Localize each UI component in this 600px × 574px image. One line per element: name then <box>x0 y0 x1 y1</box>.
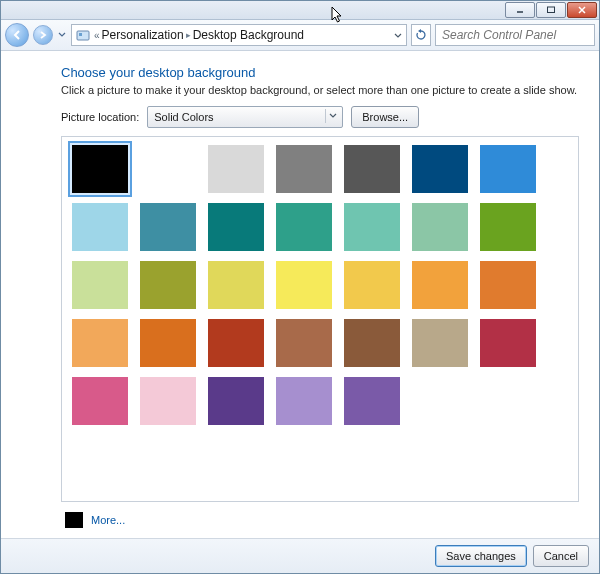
svg-rect-5 <box>79 33 82 36</box>
color-swatch[interactable] <box>480 145 536 193</box>
maximize-button[interactable] <box>536 2 566 18</box>
color-swatch[interactable] <box>480 261 536 309</box>
color-swatch[interactable] <box>72 145 128 193</box>
color-swatch[interactable] <box>412 145 468 193</box>
color-swatch[interactable] <box>344 319 400 367</box>
color-swatch[interactable] <box>480 203 536 251</box>
close-button[interactable] <box>567 2 597 18</box>
control-panel-icon <box>76 28 90 42</box>
nav-history-dropdown[interactable] <box>57 24 67 46</box>
color-swatch[interactable] <box>140 203 196 251</box>
nav-back-button[interactable] <box>5 23 29 47</box>
color-swatch[interactable] <box>412 261 468 309</box>
more-link[interactable]: More... <box>91 514 125 526</box>
color-swatch[interactable] <box>140 145 196 193</box>
color-swatch[interactable] <box>72 377 128 425</box>
color-swatch[interactable] <box>276 377 332 425</box>
address-bar[interactable]: « Personalization ▸ Desktop Background <box>71 24 407 46</box>
content-area: Choose your desktop background Click a p… <box>1 51 599 538</box>
color-swatch[interactable] <box>480 319 536 367</box>
color-swatch[interactable] <box>276 145 332 193</box>
footer: Save changes Cancel <box>1 538 599 573</box>
color-swatch[interactable] <box>72 319 128 367</box>
picture-location-row: Picture location: Solid Colors Browse... <box>61 106 579 128</box>
color-swatch[interactable] <box>344 203 400 251</box>
swatch-grid <box>72 145 568 425</box>
search-box[interactable] <box>435 24 595 46</box>
breadcrumb-level2[interactable]: Desktop Background <box>193 28 304 42</box>
search-input[interactable] <box>440 27 595 43</box>
color-swatch[interactable] <box>208 203 264 251</box>
picture-location-label: Picture location: <box>61 111 139 123</box>
color-swatch[interactable] <box>412 203 468 251</box>
cancel-button[interactable]: Cancel <box>533 545 589 567</box>
svg-rect-4 <box>77 31 89 40</box>
breadcrumb[interactable]: « Personalization ▸ Desktop Background <box>94 28 304 42</box>
color-swatch[interactable] <box>344 261 400 309</box>
back-arrow-icon <box>12 30 22 40</box>
chevron-down-icon <box>394 33 402 39</box>
color-swatch[interactable] <box>72 261 128 309</box>
nav-forward-button[interactable] <box>33 25 53 45</box>
color-swatch[interactable] <box>208 261 264 309</box>
color-swatch[interactable] <box>344 377 400 425</box>
color-swatch[interactable] <box>72 203 128 251</box>
forward-arrow-icon <box>39 31 47 39</box>
picture-location-select[interactable]: Solid Colors <box>147 106 343 128</box>
minimize-button[interactable] <box>505 2 535 18</box>
save-changes-button[interactable]: Save changes <box>435 545 527 567</box>
page-subtitle: Click a picture to make it your desktop … <box>61 84 579 96</box>
navbar: « Personalization ▸ Desktop Background <box>1 20 599 51</box>
more-swatch <box>65 512 83 528</box>
breadcrumb-level1[interactable]: Personalization <box>102 28 184 42</box>
page-title: Choose your desktop background <box>61 65 579 80</box>
chevron-right-icon: ▸ <box>186 30 191 40</box>
refresh-icon <box>415 29 427 41</box>
chevron-down-icon <box>58 32 66 38</box>
color-swatch[interactable] <box>208 377 264 425</box>
svg-rect-1 <box>548 7 555 13</box>
color-swatch[interactable] <box>140 319 196 367</box>
window: « Personalization ▸ Desktop Background C… <box>0 0 600 574</box>
color-swatch[interactable] <box>208 145 264 193</box>
chevron-down-icon <box>325 109 340 123</box>
more-row: More... <box>61 502 579 532</box>
refresh-button[interactable] <box>411 24 431 46</box>
color-swatch[interactable] <box>140 261 196 309</box>
titlebar <box>1 1 599 20</box>
color-swatch[interactable] <box>140 377 196 425</box>
color-swatch[interactable] <box>412 319 468 367</box>
color-swatch[interactable] <box>276 203 332 251</box>
swatch-frame <box>61 136 579 502</box>
browse-button[interactable]: Browse... <box>351 106 419 128</box>
picture-location-selected: Solid Colors <box>154 111 213 123</box>
color-swatch[interactable] <box>344 145 400 193</box>
address-dropdown[interactable] <box>394 28 402 42</box>
color-swatch[interactable] <box>208 319 264 367</box>
color-swatch[interactable] <box>276 319 332 367</box>
color-swatch[interactable] <box>276 261 332 309</box>
